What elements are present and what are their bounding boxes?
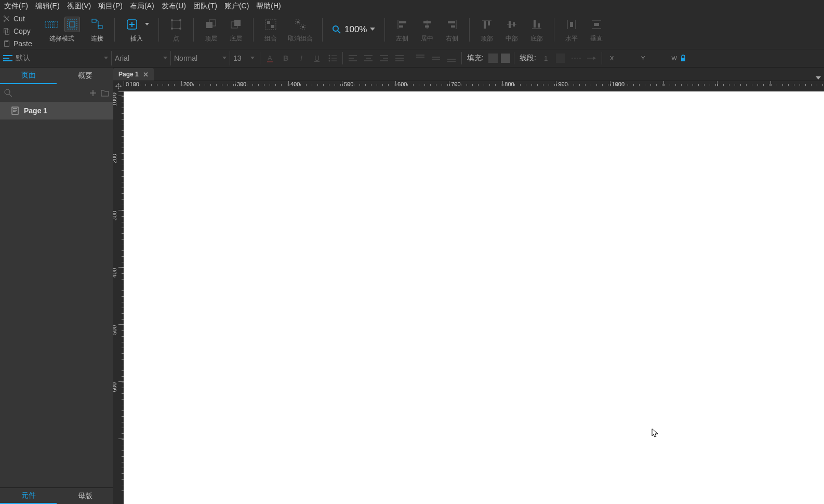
lock-icon[interactable] (680, 55, 686, 62)
align-top-icon[interactable] (479, 17, 495, 32)
send-back-icon[interactable] (228, 17, 244, 32)
cut-button[interactable]: Cut (0, 12, 36, 25)
svg-text:A: A (268, 54, 272, 62)
align-center-icon[interactable] (419, 17, 435, 32)
ungroup-icon[interactable] (293, 17, 308, 32)
x-input[interactable] (618, 53, 637, 63)
select-contain-icon[interactable] (64, 17, 80, 32)
menu-view[interactable]: 视图(V) (67, 2, 91, 11)
valign-top-icon[interactable] (413, 51, 428, 65)
line-style-icon[interactable] (568, 51, 584, 65)
svg-rect-35 (448, 21, 455, 23)
svg-point-18 (179, 28, 181, 30)
dist-vert-icon[interactable] (589, 17, 604, 32)
zoom-value[interactable]: 100% (344, 24, 367, 35)
fill-color2-swatch[interactable] (501, 54, 510, 63)
fill-color-swatch[interactable] (488, 54, 498, 63)
divider (554, 18, 554, 42)
canvas[interactable] (124, 91, 824, 504)
divider (253, 18, 254, 42)
line-label: 线段: (520, 54, 536, 63)
text-align-justify-icon[interactable] (392, 51, 407, 65)
divider (193, 18, 194, 42)
select-intersect-icon[interactable] (44, 17, 59, 32)
align-right-icon[interactable] (444, 17, 460, 32)
line-color-icon[interactable] (553, 51, 568, 65)
svg-rect-42 (538, 23, 540, 28)
search-icon[interactable] (4, 89, 12, 97)
text-align-center-icon[interactable] (361, 51, 376, 65)
menu-file[interactable]: 文件(F) (4, 2, 28, 11)
tab-pages[interactable]: 页面 (0, 68, 57, 84)
ruler-vertical[interactable]: 0 100 200 300 400 500 600 (113, 91, 124, 504)
weight-select[interactable]: Normal (170, 51, 230, 65)
tab-components[interactable]: 元件 (0, 488, 57, 504)
svg-rect-34 (425, 25, 429, 28)
menu-layout[interactable]: 布局(A) (130, 2, 154, 11)
underline-icon[interactable]: U (309, 51, 325, 65)
insert-icon[interactable] (124, 17, 140, 32)
svg-rect-32 (399, 25, 403, 28)
menu-team[interactable]: 团队(T) (193, 2, 217, 11)
text-align-left-icon[interactable] (345, 51, 361, 65)
page-item[interactable]: Page 1 (0, 102, 113, 120)
svg-rect-29 (302, 26, 304, 28)
close-icon[interactable]: ✕ (143, 71, 149, 78)
ruler-horizontal[interactable]: 0 100 200 300 400 500 600 700 800 900 10… (124, 81, 824, 91)
copy-icon (3, 28, 10, 35)
dist-horiz-icon[interactable] (564, 17, 579, 32)
svg-rect-9 (68, 20, 77, 29)
svg-rect-6 (45, 21, 50, 28)
connect-icon[interactable] (89, 17, 105, 32)
menu-help[interactable]: 帮助(H) (256, 2, 281, 11)
align-bottom-icon[interactable] (529, 17, 544, 32)
svg-point-48 (329, 58, 330, 59)
style-select[interactable]: 默认 (0, 51, 111, 65)
copy-button[interactable]: Copy (0, 25, 36, 37)
svg-rect-5 (5, 41, 8, 42)
bullets-icon[interactable] (325, 51, 340, 65)
svg-point-47 (329, 55, 330, 57)
align-middle-icon[interactable] (504, 17, 520, 32)
folder-icon[interactable] (101, 89, 109, 97)
valign-bottom-icon[interactable] (444, 51, 459, 65)
svg-rect-46 (267, 61, 273, 62)
valign-middle-icon[interactable] (428, 51, 444, 65)
tab-masters[interactable]: 母版 (57, 488, 113, 504)
italic-icon[interactable]: I (294, 51, 309, 65)
add-page-icon[interactable] (89, 89, 97, 97)
insert-label: 插入 (130, 34, 143, 43)
zoom-icon[interactable] (332, 25, 341, 34)
size-select[interactable]: 13 (230, 51, 258, 65)
insert-dropdown-icon[interactable] (145, 23, 149, 26)
menu-publish[interactable]: 发布(U) (162, 2, 186, 11)
svg-rect-37 (484, 21, 486, 29)
svg-rect-14 (172, 20, 180, 29)
font-color-icon[interactable]: A (262, 51, 278, 65)
svg-rect-52 (12, 107, 18, 114)
menu-account[interactable]: 账户(C) (224, 2, 249, 11)
w-label: W (671, 55, 678, 61)
fill-label: 填充: (467, 54, 484, 63)
align-left-icon[interactable] (394, 17, 410, 32)
svg-rect-36 (451, 25, 455, 28)
group-icon[interactable] (263, 17, 278, 32)
tab-outline[interactable]: 概要 (57, 68, 113, 84)
menu-edit[interactable]: 编辑(E) (35, 2, 60, 11)
page-tab[interactable]: Page 1 ✕ (113, 68, 154, 81)
svg-rect-31 (399, 21, 406, 23)
text-align-right-icon[interactable] (376, 51, 392, 65)
y-input[interactable] (649, 53, 669, 63)
line-width-input[interactable] (539, 55, 553, 62)
font-select[interactable]: Arial (111, 51, 170, 65)
zoom-dropdown-icon[interactable] (370, 28, 375, 32)
line-arrow-icon[interactable] (584, 51, 600, 65)
bold-icon[interactable]: B (278, 51, 294, 65)
bring-front-icon[interactable] (203, 17, 219, 32)
menu-project[interactable]: 项目(P) (98, 2, 123, 11)
tab-dropdown-icon[interactable] (816, 76, 821, 81)
paste-button[interactable]: Paste (0, 37, 36, 50)
ruler-origin[interactable] (113, 81, 124, 91)
divider (114, 18, 115, 42)
point-icon[interactable] (168, 17, 184, 32)
